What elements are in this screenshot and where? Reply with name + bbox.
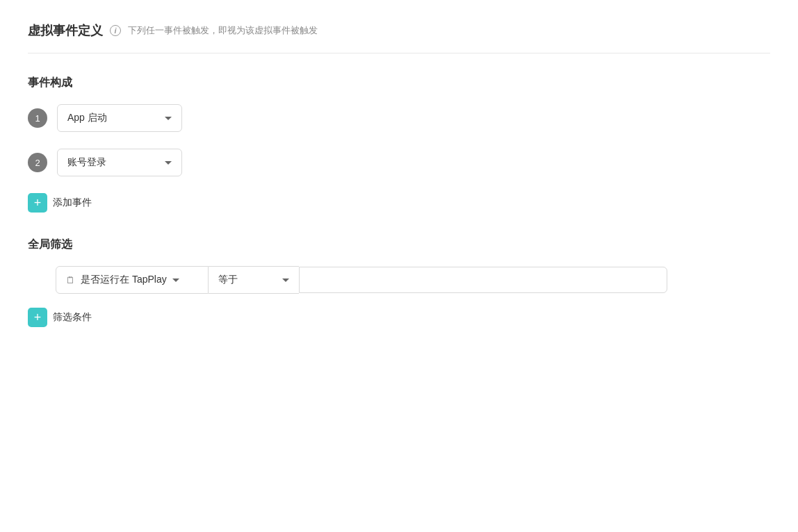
event-composition-section: 事件构成 1 App 启动 2 账号登录 + 添加事件 xyxy=(28,76,770,213)
filter-operator-select[interactable]: 等于 xyxy=(209,266,299,294)
filter-value-input[interactable] xyxy=(299,267,667,293)
header-description: 下列任一事件被触发，即视为该虚拟事件被触发 xyxy=(128,24,318,37)
event-dropdown-1-label: App 启动 xyxy=(67,112,107,124)
step-badge-2: 2 xyxy=(28,153,47,172)
add-event-label: 添加事件 xyxy=(53,197,92,209)
global-filter-title: 全局筛选 xyxy=(28,238,770,252)
event-composition-title: 事件构成 xyxy=(28,76,770,90)
chevron-down-icon-field xyxy=(172,279,179,282)
event-dropdown-2-label: 账号登录 xyxy=(67,156,106,169)
event-dropdown-1[interactable]: App 启动 xyxy=(57,104,182,132)
event-item-2: 2 账号登录 xyxy=(28,149,770,176)
chevron-down-icon-operator xyxy=(282,279,289,282)
page-title: 虚拟事件定义 xyxy=(28,22,103,39)
global-filter-section: 全局筛选 🗒 是否运行在 TapPlay 等于 + 筛选条件 xyxy=(28,238,770,327)
add-filter-button[interactable]: + 筛选条件 xyxy=(28,308,770,327)
chevron-down-icon-1 xyxy=(165,117,172,120)
info-icon[interactable]: i xyxy=(110,25,121,36)
filter-row: 🗒 是否运行在 TapPlay 等于 xyxy=(56,266,770,294)
add-filter-icon: + xyxy=(28,308,47,327)
filter-field-select[interactable]: 🗒 是否运行在 TapPlay xyxy=(56,266,209,294)
event-dropdown-2[interactable]: 账号登录 xyxy=(57,149,182,176)
event-item-1: 1 App 启动 xyxy=(28,104,770,132)
filter-field-label: 是否运行在 TapPlay xyxy=(81,274,167,286)
filter-operator-label: 等于 xyxy=(218,274,238,286)
filter-field-icon: 🗒 xyxy=(66,275,75,285)
add-event-icon: + xyxy=(28,193,47,213)
step-badge-1: 1 xyxy=(28,108,47,128)
chevron-down-icon-2 xyxy=(165,161,172,165)
header-section: 虚拟事件定义 i 下列任一事件被触发，即视为该虚拟事件被触发 xyxy=(28,22,770,53)
add-event-button[interactable]: + 添加事件 xyxy=(28,193,770,213)
page-container: 虚拟事件定义 i 下列任一事件被触发，即视为该虚拟事件被触发 事件构成 1 Ap… xyxy=(0,0,798,374)
add-filter-label: 筛选条件 xyxy=(53,311,92,324)
